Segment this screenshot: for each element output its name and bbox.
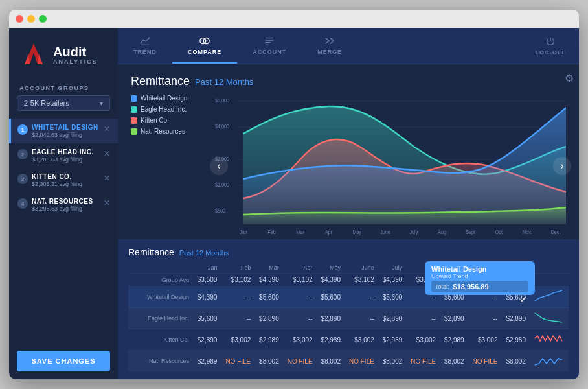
cell: $2,890 — [378, 308, 406, 329]
account-info: EAGLE HEAD INC. $3,205.63 avg filing — [32, 148, 100, 163]
row-label: Eagle Head Inc. — [128, 308, 193, 329]
nav-item-trend[interactable]: TREND — [118, 28, 172, 64]
chart-subtitle: Past 12 Months — [195, 77, 253, 87]
svg-text:Mar: Mar — [296, 229, 304, 235]
table-area: Remittance Past 12 Months Jan Feb Mar Ap… — [118, 239, 579, 379]
chart-legend: Whitetail Design Eagle Head Inc. Kitten … — [131, 95, 215, 135]
account-item-nat[interactable]: 4 NAT. RESOURCES $3,295.63 avg filing ✕ — [9, 193, 118, 217]
nav-item-merge[interactable]: MERGE — [302, 28, 357, 64]
cell: -- — [345, 287, 378, 308]
chart-title: Remittance — [131, 75, 190, 88]
tooltip-total-value: $18,956.89 — [453, 283, 489, 290]
cell: $2,890 — [317, 308, 345, 329]
account-name: NAT. RESOURCES — [32, 198, 100, 205]
cell: $5,600 — [378, 287, 406, 308]
remove-account-icon[interactable]: ✕ — [104, 174, 110, 183]
chart-header: Remittance Past 12 Months — [131, 75, 566, 88]
spark-cell-kitten — [530, 329, 569, 351]
settings-icon[interactable]: ⚙ — [565, 72, 574, 84]
account-sub: $3,295.63 avg filing — [32, 206, 100, 212]
svg-text:June: June — [380, 229, 390, 235]
svg-text:Feb: Feb — [267, 229, 276, 235]
remove-account-icon[interactable]: ✕ — [104, 149, 110, 158]
cell: $2,989 — [378, 329, 406, 351]
sparkline-kitten — [534, 332, 565, 346]
chart-next-button[interactable]: › — [553, 157, 571, 175]
legend-nat: Nat. Resources — [131, 128, 215, 135]
svg-text:July: July — [409, 229, 418, 235]
account-number: 1 — [17, 124, 28, 135]
cell: $8,002 — [378, 351, 406, 372]
cell: $8,002 — [440, 351, 468, 372]
account-sub: $2,042.63 avg filing — [32, 132, 100, 138]
row-label: Kitten Co. — [128, 329, 193, 351]
logo-icon — [19, 41, 48, 69]
spark-cell-eagle — [530, 308, 569, 329]
content-area: TREND COMPARE ACCOUNT — [118, 28, 579, 379]
cell: $3,002 — [406, 329, 440, 351]
trend-icon — [139, 35, 151, 47]
chart-svg: $6,000 $4,000 $2,000 $1,000 $500 — [215, 95, 566, 239]
cell: $8,002 — [317, 351, 345, 372]
cell: $8,002 — [254, 351, 282, 372]
nav-logoff-button[interactable]: LOG-OFF — [523, 28, 580, 64]
table-title: Remittance — [128, 247, 174, 257]
cell: $2,890 — [193, 329, 221, 351]
cell: $2,989 — [254, 329, 282, 351]
account-groups-label: ACCOUNT GROUPS — [9, 80, 118, 95]
remove-account-icon[interactable]: ✕ — [104, 124, 110, 134]
cell: $5,600 — [317, 287, 345, 308]
nav-item-account[interactable]: ACCOUNT — [237, 28, 302, 64]
cell: NO FILE — [221, 351, 254, 372]
account-list: 1 WHITETAIL DESIGN $2,042.63 avg filing … — [9, 119, 118, 343]
svg-text:Nov.: Nov. — [523, 229, 532, 235]
account-number: 3 — [17, 174, 28, 184]
svg-text:Jan: Jan — [240, 229, 247, 235]
account-group-dropdown[interactable]: 2-5K Retailers ▾ — [17, 95, 110, 111]
compare-icon — [199, 35, 210, 47]
nav-trend-label: TREND — [133, 49, 157, 55]
cell: NO FILE — [283, 351, 317, 372]
merge-icon — [324, 35, 335, 47]
sidebar: Audit ANALYTICS ACCOUNT GROUPS 2-5K Reta… — [9, 28, 118, 379]
cell: $2,890 — [440, 308, 468, 329]
account-info: WHITETAIL DESIGN $2,042.63 avg filing — [32, 124, 100, 138]
chart-prev-button[interactable]: ‹ — [210, 157, 228, 175]
account-item-eagle[interactable]: 2 EAGLE HEAD INC. $3,205.63 avg filing ✕ — [9, 143, 118, 168]
col-header-may: May — [317, 263, 345, 274]
chart-area: ⚙ Remittance Past 12 Months Whitetail De… — [118, 64, 579, 239]
cell: $3,002 — [345, 329, 378, 351]
cell: $3,500 — [193, 274, 221, 287]
cell: -- — [468, 308, 502, 329]
main-layout: Audit ANALYTICS ACCOUNT GROUPS 2-5K Reta… — [9, 28, 579, 379]
nav-item-compare[interactable]: COMPARE — [172, 28, 237, 64]
cell: $3,002 — [468, 329, 502, 351]
account-number: 4 — [17, 198, 28, 209]
tooltip-total-row: Total: $18,956.89 — [431, 281, 528, 292]
col-header-mar: Mar — [254, 263, 282, 274]
cell: $2,989 — [193, 351, 221, 372]
save-changes-button[interactable]: SAVE CHANGES — [17, 351, 110, 371]
svg-text:Oct: Oct — [495, 229, 503, 235]
table-row-eagle: Eagle Head Inc. $5,600 -- $2,890 -- $2,8… — [128, 308, 569, 329]
col-header-label — [128, 263, 193, 274]
table-subtitle: Past 12 Months — [179, 249, 229, 257]
svg-text:$4,000: $4,000 — [215, 123, 229, 130]
minimize-button[interactable] — [27, 15, 35, 23]
spark-cell — [530, 274, 569, 287]
svg-text:Sept: Sept — [466, 229, 475, 235]
svg-text:$1,000: $1,000 — [215, 182, 229, 188]
account-sub: $2,306.21 avg filing — [32, 181, 100, 187]
maximize-button[interactable] — [39, 15, 47, 23]
cell: -- — [283, 308, 317, 329]
svg-text:Dec.: Dec. — [551, 229, 561, 235]
col-header-jan: Jan — [193, 263, 221, 274]
close-button[interactable] — [16, 15, 23, 23]
account-item-kitten[interactable]: 3 KITTEN CO. $2,306.21 avg filing ✕ — [9, 168, 118, 193]
remove-account-icon[interactable]: ✕ — [104, 198, 110, 207]
cell: NO FILE — [468, 351, 502, 372]
titlebar — [9, 10, 579, 28]
nav-compare-label: COMPARE — [188, 49, 221, 55]
account-item-whitetail[interactable]: 1 WHITETAIL DESIGN $2,042.63 avg filing … — [9, 119, 118, 143]
cell: $2,989 — [501, 329, 530, 351]
